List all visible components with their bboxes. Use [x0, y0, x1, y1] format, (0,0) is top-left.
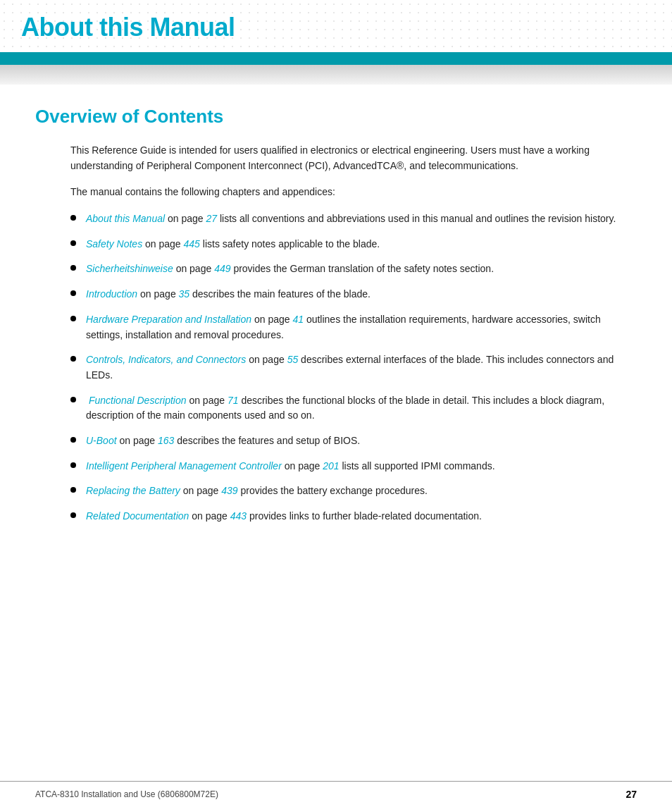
- bullet-link-5[interactable]: Controls, Indicators, and Connectors: [86, 354, 246, 365]
- section-title: Overview of Contents: [35, 106, 637, 128]
- bullet-link-8[interactable]: Intelligent Peripheral Management Contro…: [86, 460, 282, 472]
- bullet-text: Sicherheitshinweise on page 449 provides…: [86, 261, 637, 277]
- bullet-text: Replacing the Battery on page 439 provid…: [86, 483, 637, 499]
- intro-paragraph-1: This Reference Guide is intended for use…: [70, 143, 637, 173]
- bullet-link-6[interactable]: Functional Description: [89, 395, 187, 406]
- bullet-page-5[interactable]: 55: [287, 354, 299, 365]
- bullet-page-4[interactable]: 41: [292, 314, 304, 325]
- page-title: About this Manual: [21, 13, 651, 42]
- bullet-rest-7: describes the features and setup of BIOS…: [177, 435, 360, 446]
- bullet-page-1[interactable]: 445: [184, 238, 200, 250]
- bullet-page-9[interactable]: 439: [221, 485, 237, 496]
- bullet-text: Hardware Preparation and Installation on…: [86, 312, 637, 343]
- bullet-list: About this Manual on page 27 lists all c…: [70, 211, 637, 524]
- bullet-page-3[interactable]: 35: [179, 288, 190, 300]
- grey-band: [0, 65, 672, 85]
- header-banner: About this Manual: [0, 0, 672, 52]
- bullet-page-label-9: on page: [183, 485, 222, 496]
- list-item: Introduction on page 35 describes the ma…: [70, 287, 637, 302]
- bullet-link-10[interactable]: Related Documentation: [86, 510, 189, 522]
- bullet-link-1[interactable]: Safety Notes: [86, 238, 142, 250]
- bullet-page-label-1: on page: [145, 238, 184, 250]
- bullet-page-8[interactable]: 201: [323, 460, 339, 472]
- bullet-page-7[interactable]: 163: [158, 435, 174, 446]
- list-item: About this Manual on page 27 lists all c…: [70, 211, 637, 227]
- bullet-rest-9: provides the battery exchange procedures…: [241, 485, 428, 496]
- bullet-page-0[interactable]: 27: [206, 213, 217, 224]
- bullet-page-label-5: on page: [249, 354, 287, 365]
- teal-bar: [0, 52, 672, 65]
- bullet-dot: [70, 215, 76, 221]
- list-item: Functional Description on page 71 descri…: [70, 393, 637, 424]
- bullet-dot: [70, 397, 76, 402]
- bullet-dot: [70, 356, 76, 362]
- footer-page-number: 27: [626, 789, 637, 800]
- bullet-text: Intelligent Peripheral Management Contro…: [86, 459, 637, 474]
- list-item: Related Documentation on page 443 provid…: [70, 509, 637, 524]
- bullet-rest-10: provides links to further blade-related …: [249, 510, 482, 522]
- bullet-dot: [70, 437, 76, 443]
- bullet-page-10[interactable]: 443: [230, 510, 247, 522]
- bullet-page-label-7: on page: [119, 435, 158, 446]
- bullet-rest-1: lists safety notes applicable to the bla…: [203, 238, 380, 250]
- main-content: Overview of Contents This Reference Guid…: [0, 85, 672, 591]
- list-item: Controls, Indicators, and Connectors on …: [70, 352, 637, 383]
- list-item: Hardware Preparation and Installation on…: [70, 312, 637, 343]
- footer: ATCA-8310 Installation and Use (6806800M…: [0, 781, 672, 807]
- bullet-dot: [70, 240, 76, 246]
- bullet-link-4[interactable]: Hardware Preparation and Installation: [86, 314, 251, 325]
- bullet-dot: [70, 316, 76, 321]
- bullet-page-label-8: on page: [285, 460, 323, 472]
- bullet-rest-3: describes the main features of the blade…: [192, 288, 371, 300]
- bullet-link-0[interactable]: About this Manual: [86, 213, 165, 224]
- bullet-link-2[interactable]: Sicherheitshinweise: [86, 263, 173, 274]
- intro-paragraph-2: The manual contains the following chapte…: [70, 185, 637, 200]
- bullet-text: Related Documentation on page 443 provid…: [86, 509, 637, 524]
- bullet-page-label-6: on page: [189, 395, 228, 406]
- bullet-dot: [70, 512, 76, 518]
- list-item: Sicherheitshinweise on page 449 provides…: [70, 261, 637, 277]
- bullet-rest-8: lists all supported IPMI commands.: [342, 460, 494, 472]
- bullet-dot: [70, 487, 76, 493]
- list-item: Safety Notes on page 445 lists safety no…: [70, 237, 637, 252]
- bullet-page-label-3: on page: [140, 288, 179, 300]
- list-item: Replacing the Battery on page 439 provid…: [70, 483, 637, 499]
- bullet-rest-0: lists all conventions and abbreviations …: [220, 213, 616, 224]
- bullet-link-7[interactable]: U-Boot: [86, 435, 117, 446]
- bullet-page-label-10: on page: [192, 510, 230, 522]
- bullet-text: Controls, Indicators, and Connectors on …: [86, 352, 637, 383]
- bullet-page-2[interactable]: 449: [214, 263, 230, 274]
- bullet-page-label-2: on page: [176, 263, 215, 274]
- bullet-text: U-Boot on page 163 describes the feature…: [86, 433, 637, 449]
- bullet-text: About this Manual on page 27 lists all c…: [86, 211, 637, 227]
- bullet-text: Introduction on page 35 describes the ma…: [86, 287, 637, 302]
- bullet-dot: [70, 265, 76, 271]
- footer-left: ATCA-8310 Installation and Use (6806800M…: [35, 789, 218, 799]
- bullet-page-6[interactable]: 71: [228, 395, 239, 406]
- bullet-link-9[interactable]: Replacing the Battery: [86, 485, 180, 496]
- bullet-rest-2: provides the German translation of the s…: [233, 263, 494, 274]
- bullet-text: Safety Notes on page 445 lists safety no…: [86, 237, 637, 252]
- bullet-link-3[interactable]: Introduction: [86, 288, 137, 300]
- list-item: U-Boot on page 163 describes the feature…: [70, 433, 637, 449]
- bullet-text: Functional Description on page 71 descri…: [86, 393, 637, 424]
- bullet-page-label-4: on page: [254, 314, 293, 325]
- bullet-dot: [70, 462, 76, 468]
- list-item: Intelligent Peripheral Management Contro…: [70, 459, 637, 474]
- bullet-page-label-0: on page: [168, 213, 206, 224]
- bullet-dot: [70, 290, 76, 296]
